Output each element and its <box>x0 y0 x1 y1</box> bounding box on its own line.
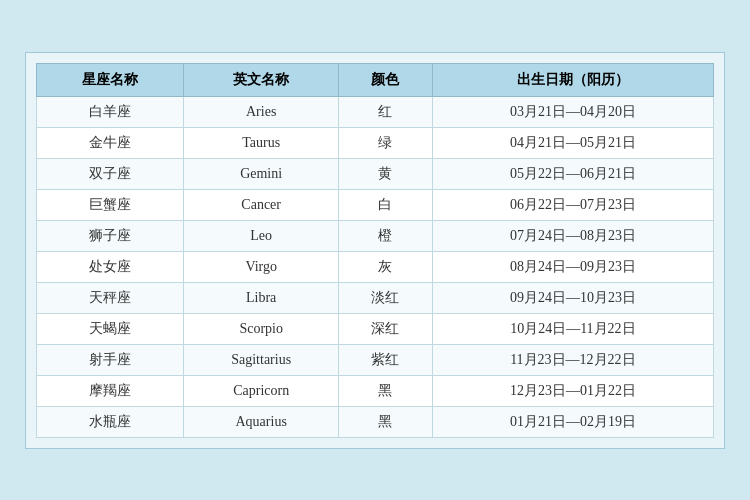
zodiac-table: 星座名称 英文名称 颜色 出生日期（阳历） 白羊座Aries红03月21日—04… <box>36 63 714 438</box>
cell-chinese-name: 水瓶座 <box>37 406 184 437</box>
table-header-row: 星座名称 英文名称 颜色 出生日期（阳历） <box>37 63 714 96</box>
cell-dates: 08月24日—09月23日 <box>432 251 713 282</box>
cell-dates: 05月22日—06月21日 <box>432 158 713 189</box>
cell-chinese-name: 处女座 <box>37 251 184 282</box>
cell-color: 白 <box>339 189 433 220</box>
cell-color: 黑 <box>339 406 433 437</box>
cell-english-name: Taurus <box>184 127 339 158</box>
cell-chinese-name: 白羊座 <box>37 96 184 127</box>
cell-english-name: Aries <box>184 96 339 127</box>
cell-chinese-name: 天蝎座 <box>37 313 184 344</box>
table-row: 巨蟹座Cancer白06月22日—07月23日 <box>37 189 714 220</box>
cell-dates: 10月24日—11月22日 <box>432 313 713 344</box>
table-row: 狮子座Leo橙07月24日—08月23日 <box>37 220 714 251</box>
header-dates: 出生日期（阳历） <box>432 63 713 96</box>
table-row: 天秤座Libra淡红09月24日—10月23日 <box>37 282 714 313</box>
cell-english-name: Capricorn <box>184 375 339 406</box>
cell-chinese-name: 摩羯座 <box>37 375 184 406</box>
cell-color: 橙 <box>339 220 433 251</box>
cell-color: 黄 <box>339 158 433 189</box>
cell-dates: 09月24日—10月23日 <box>432 282 713 313</box>
cell-color: 淡红 <box>339 282 433 313</box>
main-container: 星座名称 英文名称 颜色 出生日期（阳历） 白羊座Aries红03月21日—04… <box>25 52 725 449</box>
cell-color: 红 <box>339 96 433 127</box>
table-row: 天蝎座Scorpio深红10月24日—11月22日 <box>37 313 714 344</box>
cell-english-name: Aquarius <box>184 406 339 437</box>
cell-color: 绿 <box>339 127 433 158</box>
cell-dates: 04月21日—05月21日 <box>432 127 713 158</box>
table-row: 双子座Gemini黄05月22日—06月21日 <box>37 158 714 189</box>
header-chinese-name: 星座名称 <box>37 63 184 96</box>
cell-color: 黑 <box>339 375 433 406</box>
cell-color: 深红 <box>339 313 433 344</box>
cell-dates: 11月23日—12月22日 <box>432 344 713 375</box>
cell-english-name: Sagittarius <box>184 344 339 375</box>
cell-color: 灰 <box>339 251 433 282</box>
cell-english-name: Virgo <box>184 251 339 282</box>
cell-chinese-name: 天秤座 <box>37 282 184 313</box>
cell-color: 紫红 <box>339 344 433 375</box>
cell-chinese-name: 狮子座 <box>37 220 184 251</box>
table-row: 水瓶座Aquarius黑01月21日—02月19日 <box>37 406 714 437</box>
cell-english-name: Scorpio <box>184 313 339 344</box>
cell-chinese-name: 巨蟹座 <box>37 189 184 220</box>
cell-english-name: Leo <box>184 220 339 251</box>
table-row: 白羊座Aries红03月21日—04月20日 <box>37 96 714 127</box>
cell-chinese-name: 金牛座 <box>37 127 184 158</box>
cell-english-name: Gemini <box>184 158 339 189</box>
table-row: 摩羯座Capricorn黑12月23日—01月22日 <box>37 375 714 406</box>
cell-dates: 06月22日—07月23日 <box>432 189 713 220</box>
cell-english-name: Libra <box>184 282 339 313</box>
table-row: 处女座Virgo灰08月24日—09月23日 <box>37 251 714 282</box>
cell-dates: 01月21日—02月19日 <box>432 406 713 437</box>
table-row: 射手座Sagittarius紫红11月23日—12月22日 <box>37 344 714 375</box>
cell-chinese-name: 射手座 <box>37 344 184 375</box>
cell-dates: 12月23日—01月22日 <box>432 375 713 406</box>
table-row: 金牛座Taurus绿04月21日—05月21日 <box>37 127 714 158</box>
cell-english-name: Cancer <box>184 189 339 220</box>
header-color: 颜色 <box>339 63 433 96</box>
cell-dates: 03月21日—04月20日 <box>432 96 713 127</box>
header-english-name: 英文名称 <box>184 63 339 96</box>
cell-chinese-name: 双子座 <box>37 158 184 189</box>
cell-dates: 07月24日—08月23日 <box>432 220 713 251</box>
